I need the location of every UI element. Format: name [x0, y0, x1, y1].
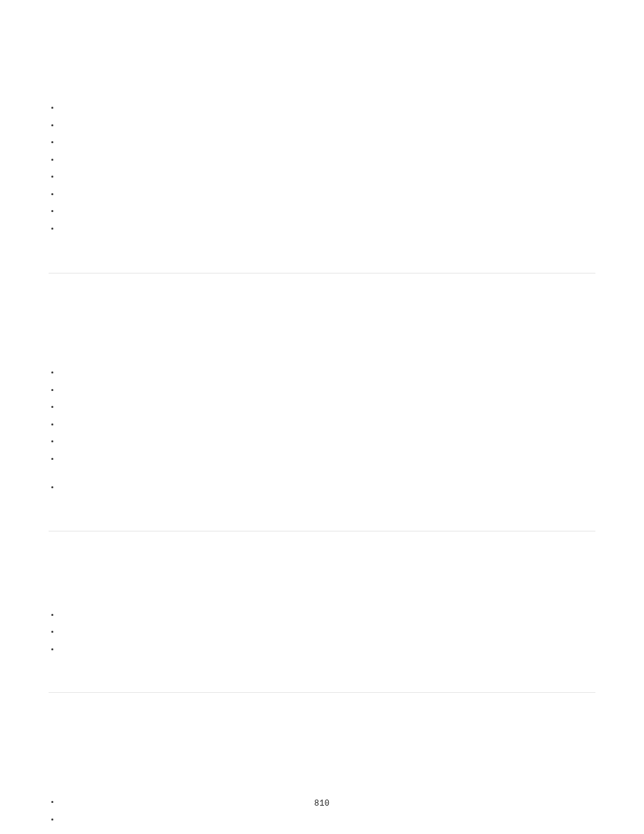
list-item [57, 451, 612, 469]
list-item [57, 434, 612, 451]
list-gap [57, 468, 612, 479]
section-gap [32, 693, 612, 794]
list-item [57, 399, 612, 417]
list-item [57, 221, 612, 238]
list-item [57, 134, 612, 152]
bullet-list-2 [32, 365, 612, 497]
list-item [57, 642, 612, 659]
list-item [57, 829, 612, 834]
page-number: 810 [0, 799, 644, 808]
bullet-list-1 [32, 100, 612, 238]
list-item [57, 118, 612, 135]
page-content [0, 0, 644, 834]
list-item [57, 100, 612, 118]
list-item [57, 365, 612, 382]
list-item [57, 186, 612, 204]
section-gap [32, 273, 612, 365]
list-item [57, 812, 612, 829]
list-item [57, 479, 612, 497]
list-item [57, 417, 612, 434]
list-item [57, 203, 612, 221]
list-item [57, 169, 612, 186]
list-item [57, 607, 612, 625]
section-gap [32, 531, 612, 607]
bullet-list-3 [32, 607, 612, 659]
list-item [57, 152, 612, 170]
list-item [57, 624, 612, 642]
list-item [57, 382, 612, 400]
